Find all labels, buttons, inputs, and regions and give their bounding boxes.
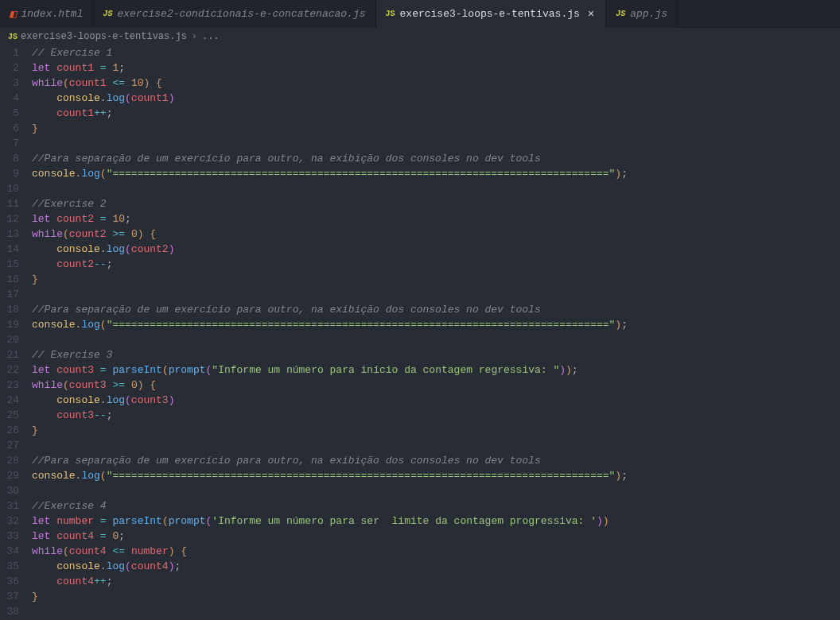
code-area[interactable]: // Exercise 1let count1 = 1;while(count1… (32, 45, 840, 620)
line-number: 11 (6, 196, 19, 211)
code-line[interactable] (32, 287, 840, 302)
line-number: 34 (6, 544, 19, 559)
line-number: 14 (6, 242, 19, 257)
code-line[interactable]: let count3 = parseInt(prompt("Informe um… (32, 362, 840, 378)
js-icon: JS (8, 33, 18, 41)
line-number: 25 (6, 408, 19, 423)
code-line[interactable]: while(count4 <= number) { (32, 544, 840, 559)
code-line[interactable]: } (32, 272, 840, 287)
breadcrumb[interactable]: JS exercise3-loops-e-tentivas.js › ... (0, 28, 840, 45)
breadcrumb-separator: › (192, 31, 197, 42)
tab-label: app.js (630, 8, 667, 20)
code-line[interactable]: //Para separação de um exercício para ou… (32, 302, 840, 317)
code-line[interactable]: count3--; (32, 408, 840, 423)
code-line[interactable]: //Exercise 2 (32, 196, 840, 211)
breadcrumb-file: exercise3-loops-e-tentivas.js (21, 31, 187, 42)
code-line[interactable]: while(count1 <= 10) { (32, 76, 840, 91)
line-number: 31 (6, 498, 19, 513)
code-line[interactable]: count4++; (32, 574, 840, 589)
tab-label: index.html (21, 8, 83, 20)
tabs-bar: ◧index.htmlJSexercise2-condicionais-e-co… (0, 0, 840, 28)
line-number: 13 (6, 227, 19, 242)
line-number: 37 (6, 589, 19, 604)
line-number: 18 (6, 302, 19, 317)
line-number: 23 (6, 378, 19, 393)
code-line[interactable]: while(count3 >= 0) { (32, 378, 840, 393)
line-number: 21 (6, 347, 19, 362)
code-line[interactable]: console.log("===========================… (32, 317, 840, 332)
tab-exercise3-loops-e-tentivas-js[interactable]: JSexercise3-loops-e-tentivas.js× (376, 0, 607, 28)
code-line[interactable]: } (32, 589, 840, 604)
line-number: 7 (6, 136, 19, 151)
line-number: 12 (6, 211, 19, 227)
code-line[interactable] (32, 604, 840, 619)
line-number: 15 (6, 257, 19, 272)
code-line[interactable] (32, 332, 840, 347)
code-line[interactable]: let number = parseInt(prompt('Informe um… (32, 513, 840, 529)
editor[interactable]: 1234567891011121314151617181920212223242… (0, 45, 840, 620)
code-line[interactable]: console.log("===========================… (32, 468, 840, 483)
line-number: 24 (6, 393, 19, 408)
code-line[interactable]: } (32, 423, 840, 438)
line-number: 32 (6, 513, 19, 529)
line-number: 17 (6, 287, 19, 302)
code-line[interactable]: } (32, 121, 840, 136)
line-number: 9 (6, 166, 19, 181)
html5-icon: ◧ (10, 7, 16, 21)
code-line[interactable]: //Para separação de um exercício para ou… (32, 453, 840, 468)
line-number: 29 (6, 468, 19, 483)
line-number: 33 (6, 529, 19, 544)
line-number: 26 (6, 423, 19, 438)
line-number: 36 (6, 574, 19, 589)
tab-label: exercise3-loops-e-tentivas.js (400, 8, 580, 20)
tab-exercise2-condicionais-e-concatenacao-js[interactable]: JSexercise2-condicionais-e-concatenacao.… (93, 0, 375, 28)
tab-app-js[interactable]: JSapp.js (606, 0, 678, 28)
code-line[interactable]: console.log(count1) (32, 91, 840, 106)
js-icon: JS (386, 10, 395, 18)
js-icon: JS (103, 10, 112, 18)
line-number: 27 (6, 438, 19, 453)
line-number: 22 (6, 362, 19, 378)
line-number: 4 (6, 91, 19, 106)
line-number: 35 (6, 559, 19, 574)
breadcrumb-after: ... (202, 31, 220, 42)
code-line[interactable]: // Exercise 3 (32, 347, 840, 362)
tab-index-html[interactable]: ◧index.html (0, 0, 93, 28)
line-number: 6 (6, 121, 19, 136)
tab-label: exercise2-condicionais-e-concatenacao.js (117, 8, 365, 20)
code-line[interactable]: //Para separação de um exercício para ou… (32, 151, 840, 166)
gutter: 1234567891011121314151617181920212223242… (0, 45, 32, 620)
line-number: 28 (6, 453, 19, 468)
code-line[interactable]: //Exercise 4 (32, 498, 840, 513)
line-number: 19 (6, 317, 19, 332)
line-number: 16 (6, 272, 19, 287)
close-icon[interactable]: × (586, 8, 596, 21)
code-line[interactable]: let count1 = 1; (32, 60, 840, 76)
js-icon: JS (616, 10, 625, 18)
code-line[interactable] (32, 438, 840, 453)
code-line[interactable] (32, 136, 840, 151)
code-line[interactable] (32, 181, 840, 196)
code-line[interactable]: console.log(count2) (32, 242, 840, 257)
line-number: 30 (6, 483, 19, 498)
code-line[interactable]: console.log(count3) (32, 393, 840, 408)
line-number: 38 (6, 604, 19, 619)
code-line[interactable]: console.log("===========================… (32, 166, 840, 181)
line-number: 1 (6, 45, 19, 60)
line-number: 10 (6, 181, 19, 196)
line-number: 2 (6, 60, 19, 76)
line-number: 20 (6, 332, 19, 347)
line-number: 8 (6, 151, 19, 166)
code-line[interactable]: count2--; (32, 257, 840, 272)
code-line[interactable]: let count2 = 10; (32, 211, 840, 227)
code-line[interactable]: // Exercise 1 (32, 45, 840, 60)
code-line[interactable]: while(count2 >= 0) { (32, 227, 840, 242)
code-line[interactable] (32, 483, 840, 498)
code-line[interactable]: let count4 = 0; (32, 529, 840, 544)
code-line[interactable]: console.log(count4); (32, 559, 840, 574)
line-number: 5 (6, 106, 19, 121)
line-number: 3 (6, 76, 19, 91)
code-line[interactable]: count1++; (32, 106, 840, 121)
